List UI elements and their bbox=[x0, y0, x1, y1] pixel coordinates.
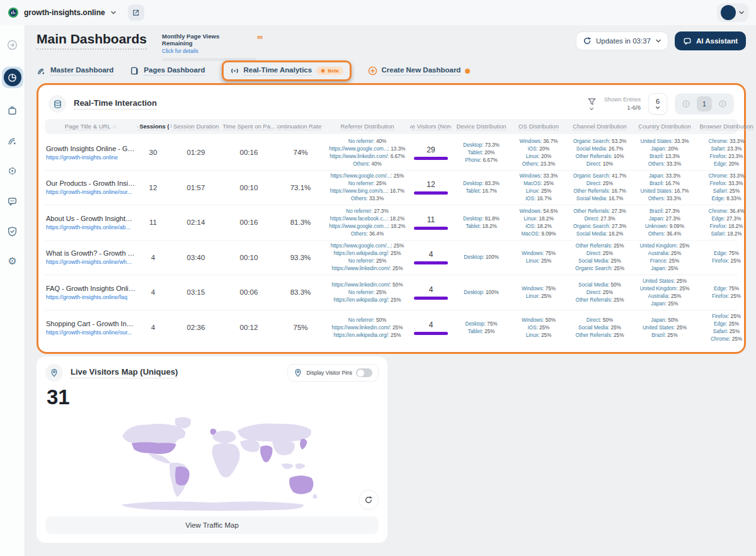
tab-real-time-analytics[interactable]: Real-Time Analytics Beta bbox=[222, 60, 352, 81]
open-site-button[interactable] bbox=[128, 4, 144, 21]
session-duration-value: 01:57 bbox=[171, 184, 221, 191]
distribution-line: Edge: 25% bbox=[714, 321, 739, 327]
distribution-line: Brazil: 16.7% bbox=[650, 180, 680, 187]
page-title-cell: Shopping Cart - Growth Insight...https:/… bbox=[46, 320, 135, 336]
previous-page-button[interactable] bbox=[679, 97, 693, 111]
distribution-line: Safari: 25% bbox=[713, 188, 740, 195]
page-title-cell: What is Growth? - Growth Insig...https:/… bbox=[46, 249, 135, 265]
distribution-line: https://en.wikipedia.org/: 25% bbox=[334, 250, 401, 257]
distribution-line: Other Referrals: 10% bbox=[576, 153, 624, 160]
next-page-button[interactable] bbox=[716, 97, 730, 111]
sidebar-item-settings[interactable]: ⚙ bbox=[4, 253, 21, 269]
distribution-line: Firefox: 18.2% bbox=[710, 223, 743, 230]
distribution-line: iOS: 25% bbox=[528, 324, 550, 331]
page-url-link[interactable]: https://growth-insights.online/our... bbox=[46, 189, 135, 195]
updates-timer-label: Updates in 03:37 bbox=[596, 37, 651, 45]
sidebar-item-realtime[interactable] bbox=[4, 132, 21, 149]
dashboard-tabs: Master Dashboard Pages Dashboard Real-Ti… bbox=[37, 60, 470, 81]
page-size-select[interactable]: 6 bbox=[648, 93, 667, 115]
page-url-link[interactable]: https://growth-insights.online/faq bbox=[46, 294, 135, 300]
display-visitor-pins-toggle[interactable]: Display Visitor Pins bbox=[287, 364, 379, 382]
toggle-switch-off[interactable] bbox=[356, 368, 372, 377]
live-visitors-bar bbox=[414, 157, 448, 160]
distribution-line: Direct: 25% bbox=[587, 250, 613, 257]
distribution-line: https://www.linkedin.com/: 6.67% bbox=[329, 153, 405, 160]
column-header-time-spent[interactable]: Ø Time Spent on Pa...⇅ bbox=[223, 123, 275, 130]
map-pin-icon bbox=[294, 368, 302, 377]
distribution-line: Organic Search: 25% bbox=[575, 265, 624, 272]
site-chevron-down-icon[interactable] bbox=[110, 9, 117, 16]
page-title: Main Dashboards bbox=[37, 31, 147, 50]
live-visitors-bar bbox=[414, 227, 448, 230]
column-header-continuation-rate[interactable]: Continuation Rate⇅ bbox=[277, 123, 324, 130]
column-header-page-title[interactable]: Page Title & URL⁞⁞ bbox=[46, 123, 135, 130]
live-visitors-value: 4 bbox=[429, 285, 433, 294]
distribution-line: Australia: 25% bbox=[648, 250, 682, 257]
live-visitors-bar bbox=[414, 297, 448, 300]
table-row[interactable]: FAQ - Growth Insights Onlinehttps://grow… bbox=[45, 275, 738, 310]
quota-widget[interactable]: Monthly Page Views Remaining Click for d… bbox=[162, 33, 263, 61]
page-number[interactable]: 1 bbox=[697, 96, 712, 111]
page-url-link[interactable]: https://growth-insights.online/wh... bbox=[46, 259, 135, 265]
map-refresh-button[interactable] bbox=[358, 490, 379, 510]
time-spent-value: 00:16 bbox=[223, 218, 275, 226]
sidebar-item-feedback[interactable] bbox=[4, 193, 21, 209]
table-row[interactable]: What is Growth? - Growth Insig...https:/… bbox=[45, 241, 738, 276]
time-spent-value: 00:06 bbox=[223, 288, 275, 296]
column-settings-icon[interactable]: ⁞⁞ bbox=[113, 124, 117, 130]
column-header-channel-distribution: Channel Distribution bbox=[568, 123, 631, 130]
tab-master-dashboard[interactable]: Master Dashboard bbox=[37, 66, 113, 76]
avatar bbox=[721, 5, 736, 20]
table-row[interactable]: Our Products - Growth Insights ...https:… bbox=[45, 171, 738, 206]
table-row[interactable]: Growth Insights Online - Growt...https:/… bbox=[45, 135, 738, 171]
quota-details-link[interactable]: Click for details bbox=[162, 48, 248, 54]
filter-button[interactable] bbox=[587, 97, 597, 111]
page-url-link[interactable]: https://growth-insights.online/our... bbox=[46, 329, 135, 336]
device-distribution-cell: Desktop: 83.3%Tablet: 16.7% bbox=[454, 180, 509, 195]
distribution-line: Desktop: 83.3% bbox=[463, 180, 500, 187]
sidebar-collapse-button[interactable] bbox=[4, 37, 21, 53]
target-scan-icon bbox=[7, 166, 18, 176]
distribution-line: No referrer: 40% bbox=[348, 138, 387, 145]
column-header-live-sessions[interactable]: Live Sessions (N... bbox=[137, 123, 169, 130]
tab-label: Real-Time Analytics bbox=[244, 66, 312, 76]
table-row[interactable]: Shopping Cart - Growth Insight...https:/… bbox=[45, 310, 738, 346]
sidebar-item-dashboards[interactable] bbox=[2, 67, 23, 88]
distribution-line: Social Media: 50% bbox=[578, 281, 621, 288]
tab-pages-dashboard[interactable]: Pages Dashboard bbox=[130, 66, 205, 76]
site-logo-icon bbox=[8, 7, 19, 18]
distribution-line: Firefox: 25% bbox=[712, 313, 741, 320]
updates-timer-button[interactable]: Updates in 03:37 bbox=[576, 31, 668, 50]
sidebar-item-products[interactable] bbox=[4, 102, 21, 118]
column-header-live-visitors: Live Visitors (Non-... bbox=[410, 123, 452, 130]
distribution-line: Firefox: 23.3% bbox=[710, 153, 743, 160]
column-header-session-duration[interactable]: Ø Session Duration⇅ bbox=[171, 123, 221, 130]
distribution-line: Desktop: 81.8% bbox=[463, 215, 500, 222]
distribution-line: Others: 33.3% bbox=[351, 195, 384, 202]
ai-assistant-label: AI Assistant bbox=[696, 37, 738, 45]
distribution-line: Other Referrals: 16.7% bbox=[573, 188, 626, 195]
sidebar-item-goals[interactable] bbox=[4, 162, 21, 179]
ai-assistant-button[interactable]: AI Assistant bbox=[675, 31, 746, 50]
tab-create-new-dashboard[interactable]: Create New Dashboard bbox=[368, 66, 471, 76]
account-menu[interactable] bbox=[717, 3, 748, 22]
distribution-line: Unknown: 9.09% bbox=[645, 223, 684, 230]
distribution-line: Firefox: 25% bbox=[712, 258, 741, 264]
distribution-line: Direct: 25% bbox=[587, 289, 613, 296]
distribution-line: https://www.google.com...: 13.3% bbox=[329, 145, 405, 152]
channel-distribution-cell: Other Referrals: 27.3%Direct: 27.3%Organ… bbox=[568, 208, 631, 237]
continuation-rate-value: 75% bbox=[277, 324, 324, 331]
page-url-link[interactable]: https://growth-insights.online/ab... bbox=[46, 224, 135, 230]
distribution-line: Chrome: 36.4% bbox=[709, 208, 745, 215]
table-row[interactable]: About Us - Growth Insights Onli...https:… bbox=[45, 205, 738, 241]
distribution-line: United Kingdom: 25% bbox=[639, 285, 689, 292]
page-url-link[interactable]: https://growth-insights.online bbox=[46, 154, 135, 161]
distribution-line: iOS: 18.2% bbox=[525, 223, 551, 230]
beta-badge: Beta bbox=[316, 67, 343, 75]
distribution-line: Firefox: 25% bbox=[712, 293, 741, 300]
distribution-line: Windows: 75% bbox=[522, 250, 556, 257]
distribution-line: MacOS: 9.09% bbox=[521, 230, 556, 237]
sidebar-item-privacy[interactable] bbox=[4, 223, 21, 239]
pages-icon bbox=[130, 66, 139, 76]
view-traffic-map-button[interactable]: View Traffic Map bbox=[45, 516, 379, 534]
